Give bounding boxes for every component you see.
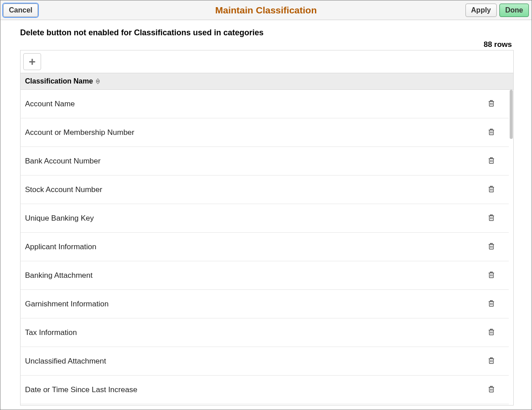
cancel-button[interactable]: Cancel — [3, 4, 38, 17]
table-row: Pension and Retirement — [21, 404, 509, 405]
table-row: Garnishment Information — [21, 290, 509, 318]
table-row: Tax Information — [21, 318, 509, 347]
classification-name-cell: Account Name — [25, 100, 75, 109]
classification-name-cell: Stock Account Number — [25, 185, 102, 194]
delete-row-button[interactable] — [486, 241, 496, 253]
table-row: Date or Time Since Last Increase — [21, 376, 509, 404]
add-row-button[interactable]: + — [23, 53, 41, 70]
classification-name-cell: Applicant Information — [25, 243, 96, 251]
delete-row-button[interactable] — [486, 269, 496, 281]
classification-name-cell: Account or Membership Number — [25, 128, 134, 137]
table-row: Stock Account Number — [21, 176, 509, 204]
trash-icon — [487, 159, 495, 166]
delete-row-button[interactable] — [486, 212, 496, 224]
classification-name-cell: Tax Information — [25, 328, 77, 337]
grid-toolbar: + — [20, 50, 514, 73]
classification-name-cell: Date or Time Since Last Increase — [25, 385, 137, 394]
table-row: Account or Membership Number — [21, 118, 509, 147]
row-count-label: 88 rows — [20, 40, 514, 49]
grid-body: Account Name Account or Membership Numbe… — [21, 90, 509, 405]
trash-icon — [487, 188, 495, 195]
trash-icon — [487, 360, 495, 366]
table-row: Banking Attachment — [21, 261, 509, 290]
grid-header: Classification Name — [21, 73, 513, 90]
trash-icon — [487, 102, 495, 109]
trash-icon — [487, 131, 495, 138]
trash-icon — [487, 331, 495, 338]
info-text: Delete button not enabled for Classifica… — [20, 28, 514, 38]
column-header-label: Classification Name — [25, 77, 93, 85]
classification-name-cell: Unclassified Attachment — [25, 357, 106, 366]
delete-row-button[interactable] — [486, 298, 496, 310]
done-button[interactable]: Done — [499, 4, 529, 17]
table-row: Account Name — [21, 90, 509, 118]
delete-row-button[interactable] — [486, 184, 496, 196]
table-row: Unclassified Attachment — [21, 347, 509, 376]
page-title: Maintain Classification — [215, 5, 317, 16]
table-row: Applicant Information — [21, 233, 509, 261]
plus-icon: + — [29, 55, 35, 69]
column-header-classification-name[interactable]: Classification Name — [25, 77, 100, 85]
delete-row-button[interactable] — [486, 155, 496, 167]
trash-icon — [487, 274, 495, 280]
classification-grid: Classification Name Account Name — [20, 73, 514, 406]
scrollbar-thumb[interactable] — [510, 90, 513, 139]
trash-icon — [487, 245, 495, 252]
delete-row-button[interactable] — [486, 98, 496, 110]
table-row: Unique Banking Key — [21, 204, 509, 233]
grid-scrollbar[interactable] — [509, 90, 513, 405]
classification-name-cell: Garnishment Information — [25, 300, 109, 309]
delete-row-button[interactable] — [486, 326, 496, 339]
delete-row-button[interactable] — [486, 384, 496, 396]
trash-icon — [487, 388, 495, 395]
classification-name-cell: Unique Banking Key — [25, 214, 94, 223]
page-header: Cancel Maintain Classification Apply Don… — [0, 0, 532, 20]
trash-icon — [487, 217, 495, 223]
classification-name-cell: Banking Attachment — [25, 271, 92, 280]
delete-row-button[interactable] — [486, 355, 496, 367]
table-row: Bank Account Number — [21, 147, 509, 176]
trash-icon — [487, 302, 495, 309]
apply-button[interactable]: Apply — [465, 4, 497, 17]
classification-name-cell: Bank Account Number — [25, 157, 101, 166]
content-area: Delete button not enabled for Classifica… — [0, 20, 532, 406]
delete-row-button[interactable] — [486, 126, 496, 138]
sort-icon — [96, 79, 100, 84]
